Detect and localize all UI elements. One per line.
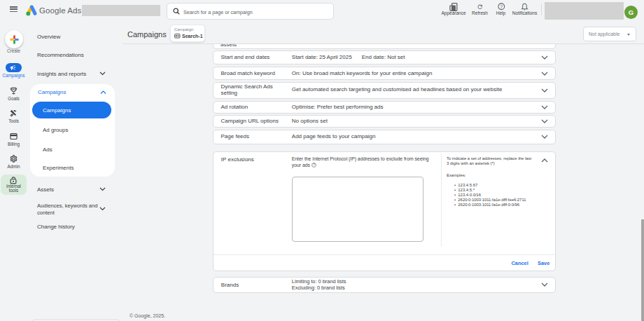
svg-text:?: ?	[313, 163, 315, 167]
svg-text:?: ?	[500, 4, 503, 9]
